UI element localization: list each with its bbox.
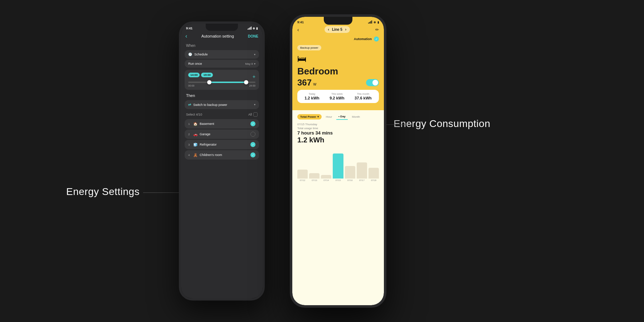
select-all-row[interactable]: All: [248, 112, 258, 117]
date-chevron-icon: ▾: [254, 62, 255, 65]
watt-unit: w: [313, 82, 317, 87]
time-start-tag: 14:00: [188, 73, 200, 77]
bar-col-0714: 07/14: [321, 175, 331, 181]
battery-icon: ▮: [256, 27, 258, 30]
switch-chevron-icon: ▾: [254, 103, 255, 106]
time-end-tag: 19:00: [201, 73, 213, 77]
room-item-refrigerator[interactable]: 3 🧊 Refrigerator ✓: [185, 140, 259, 149]
schedule-dropdown[interactable]: 🕐 Schedule ▾: [185, 50, 259, 59]
time-tags-row: 14:00 19:00 +: [188, 73, 255, 80]
bar-date-0716: 07/16: [347, 179, 353, 181]
when-label: When: [181, 42, 263, 49]
white-section: Total Power ▾ Hour • Day Month 07/15 Thu…: [292, 110, 384, 305]
phone1-notch: [206, 24, 238, 31]
room-num-4: 4: [188, 153, 191, 157]
chevron-down-icon: ▾: [254, 53, 255, 56]
bedroom-icon: 🛏: [297, 53, 379, 64]
line-selector[interactable]: ‹ Line 5 ›: [325, 26, 350, 33]
clock-icon: 🕐: [188, 53, 192, 56]
bar-col-0717: 07/17: [357, 162, 367, 181]
room-num-3: 3: [188, 143, 191, 146]
signal-icon: [248, 27, 252, 30]
time-1: 9:41: [186, 26, 192, 30]
all-label: All: [248, 113, 252, 116]
phone2-notch: [324, 17, 352, 25]
phone1-screen: 9:41 ⊕ ▮ ‹ Automation setting DONE When: [181, 24, 263, 298]
run-once-row[interactable]: Run once May 8 ▾: [185, 60, 259, 68]
filter-row: Total Power ▾ Hour • Day Month: [297, 114, 379, 120]
connector-line-right: [383, 125, 411, 125]
bar-col-0715: 07/15: [333, 153, 343, 181]
time-min-label: 00:00: [188, 84, 195, 87]
p2-nav: ‹ ‹ Line 5 › ✏: [297, 26, 379, 33]
total-power-button[interactable]: Total Power ▾: [297, 114, 322, 119]
stat-week: This week 9.2 kWh: [330, 93, 345, 100]
date-selector[interactable]: May 8 ▾: [245, 62, 255, 65]
stat-today: Today 1.2 kWh: [304, 93, 319, 100]
signal-icon-2: [368, 21, 372, 24]
power-toggle[interactable]: [366, 79, 379, 86]
yellow-section: 9:41 ⊕ ▮ ‹ ‹ Line 5: [292, 17, 384, 110]
phone2-screen: 9:41 ⊕ ▮ ‹ ‹ Line 5: [292, 17, 384, 305]
bar-0718: [369, 168, 379, 179]
time-tags: 14:00 19:00: [188, 73, 213, 77]
stat-month-label: This month: [355, 93, 372, 95]
room-item-childrens-room[interactable]: 4 🧸 Children's room ✓: [185, 150, 259, 160]
day-filter[interactable]: • Day: [336, 114, 348, 120]
bar-0712: [297, 170, 308, 179]
time-slider-track[interactable]: [188, 82, 255, 83]
month-filter[interactable]: Month: [350, 114, 362, 119]
slider-thumb-start[interactable]: [207, 80, 211, 84]
select-count-label: Select 4/10: [186, 113, 202, 116]
room-name-basement: Basement: [200, 122, 248, 126]
line-next-icon[interactable]: ›: [345, 28, 346, 31]
room-check-childrens-room[interactable]: ✓: [250, 152, 255, 157]
bar-chart: 07/12 07/13 07/14 07/15 07/16: [297, 147, 379, 183]
garage-icon: 🚗: [193, 132, 197, 136]
edit-icon[interactable]: ✏: [375, 27, 379, 32]
hour-filter[interactable]: Hour: [324, 114, 334, 119]
room-check-garage[interactable]: [250, 132, 255, 137]
usage-kwh-value: 1.2 kWh: [297, 136, 379, 144]
stats-row: Today 1.2 kWh This week 9.2 kWh This mon…: [297, 90, 379, 103]
slider-thumb-end[interactable]: [244, 80, 248, 84]
bar-0717: [357, 162, 367, 179]
date-info: 07/15 Thursday: [297, 123, 379, 126]
bar-date-0713: 07/13: [312, 179, 317, 181]
automation-check-icon: ✓: [374, 36, 379, 42]
automation-label: Automation: [354, 37, 372, 41]
room-check-basement[interactable]: ✓: [250, 121, 255, 126]
back-button-2[interactable]: ‹: [297, 27, 299, 33]
bar-date-0717: 07/17: [359, 179, 365, 181]
room-check-refrigerator[interactable]: ✓: [250, 142, 255, 147]
childrens-room-icon: 🧸: [193, 153, 197, 157]
add-time-button[interactable]: +: [253, 74, 255, 79]
done-button[interactable]: DONE: [248, 34, 258, 38]
automation-row: Automation ✓: [297, 36, 379, 42]
switch-icon: ⇄: [188, 103, 191, 107]
switch-label: Switch to backup power: [193, 103, 227, 107]
select-all-checkbox[interactable]: [253, 112, 258, 117]
total-power-label: Total Power: [300, 115, 316, 118]
room-name-childrens-room: Children's room: [200, 153, 248, 157]
bedroom-row: 367 w: [297, 78, 379, 88]
line-prev-icon[interactable]: ‹: [328, 28, 329, 31]
backup-badge-row: Backup power: [297, 44, 379, 53]
bar-0715: [333, 153, 343, 179]
room-item-garage[interactable]: 2 🚗 Garage: [185, 130, 259, 139]
wifi-icon-2: ⊕: [374, 21, 376, 24]
stat-month: This month 37.6 kWh: [355, 93, 372, 100]
bedroom-name: Bedroom: [297, 66, 379, 77]
basement-icon: 🏠: [193, 122, 197, 126]
select-header: Select 4/10 All: [181, 110, 263, 118]
run-once-label: Run once: [188, 62, 202, 65]
bar-col-0713: 07/13: [309, 173, 319, 181]
bar-0714: [321, 175, 331, 179]
switch-backup-row[interactable]: ⇄ Switch to backup power ▾: [185, 100, 259, 109]
time-max-label: 24:00: [249, 84, 255, 87]
stat-month-value: 37.6 kWh: [355, 96, 372, 100]
back-button-1[interactable]: ‹: [185, 33, 187, 39]
bar-date-0718: 07/18: [371, 179, 376, 181]
room-item-basement[interactable]: 1 🏠 Basement ✓: [185, 119, 259, 128]
page-title-1: Automation setting: [201, 34, 234, 38]
